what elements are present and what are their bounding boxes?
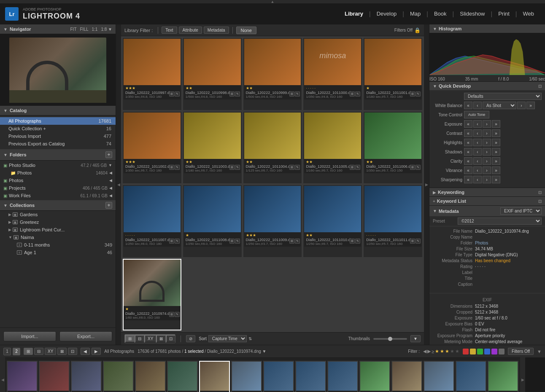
photo-cell-12[interactable]: ⊞ ✎ ★★★ Diallo_120222_1011009.dng 1/250 … [243,185,302,257]
collection-lr-point[interactable]: ▶ ▣ Lightroom Point Cur... [0,226,116,234]
qd-high-minus1[interactable]: ‹ [473,139,482,146]
grid-view-btn[interactable]: ⊞ [24,348,33,355]
qd-cont-minus1[interactable]: ‹ [473,129,482,137]
filter-star4[interactable]: ★ [450,349,454,354]
folder-item-workfiles[interactable]: ▣ Work Files 61.1 / 69.1 GB ◀ [0,192,116,199]
add-folder-button[interactable]: + [105,151,112,158]
qd-vib-plus1[interactable]: › [483,166,491,174]
survey-view-btn[interactable]: ⊠ [57,348,67,355]
color-label-green[interactable] [477,349,483,354]
qd-preset-select[interactable]: Defaults [464,93,542,100]
color-label-purple[interactable] [491,349,497,354]
right-panel-toggle[interactable]: ▶ [424,24,429,345]
qd-sharp-minus2[interactable]: « [464,176,472,183]
filter-arrow-right[interactable]: ▶ [427,349,431,354]
color-label-gray[interactable] [499,349,505,354]
photo-cell-14[interactable]: ⊞ ✎ · · · · · Diallo_120222_1011011.dng … [364,185,422,257]
nav-print[interactable]: Print [492,3,515,24]
filter-gte-icon[interactable]: ≥ [432,349,434,354]
status-filters-off[interactable]: Filters Off [508,348,534,355]
catalog-item-all[interactable]: All Photographs 17681 [0,117,116,125]
export-button[interactable]: Export... [59,331,112,341]
film-thumb-10[interactable] [327,361,358,392]
photo-cell-2[interactable]: ⊞ ✎ ★★ Diallo_120222_1010999.dng 1/500 s… [243,38,302,110]
folder-item-projects[interactable]: ▣ Projects 406 / 465 GB ◀ [0,184,116,192]
prev-button[interactable]: ◀ [81,348,90,355]
filmstrip-right-arrow[interactable]: ▶ [520,357,525,392]
qd-sharp-plus2[interactable]: » [492,176,500,183]
photo-cell-5[interactable]: ⊞ ✎ ★★★ Diallo_120222_1011002.dng 1/350 … [123,112,181,184]
qd-wb-select[interactable]: As Shot [483,102,516,109]
filter-metadata-button[interactable]: Metadata [204,27,229,34]
people-view-btn[interactable]: ⊡ [68,348,77,355]
nav-develop[interactable]: Develop [371,3,403,24]
collection-0-11-months[interactable]: ≡ 0-11 months 349 [0,241,116,249]
qd-shad-minus1[interactable]: ‹ [473,148,482,156]
nav-slideshow[interactable]: Slideshow [454,3,491,24]
collection-naima-expand[interactable]: ▼ [8,235,12,239]
top-arrow[interactable]: ▲ [0,0,545,3]
color-label-yellow[interactable] [470,349,476,354]
qd-exp-minus1[interactable]: ‹ [473,120,482,128]
qd-auto-tone[interactable]: Auto Tone [464,111,489,118]
film-thumb-9[interactable] [295,361,326,392]
loupe-view-btn[interactable]: ⊟ [34,348,43,355]
nav-library[interactable]: Library [339,3,369,24]
qd-wb-plus1[interactable]: › [517,102,526,109]
film-thumb-14[interactable]: ★★★ [456,361,486,392]
filter-star3[interactable]: ★ [445,349,449,354]
filmstrip-left-arrow[interactable]: ◀ [0,357,5,392]
photo-cell-0[interactable]: ⊞ ✎ ★★★ Diallo_120222_1010997.dng 1/350 … [123,38,181,110]
collections-header[interactable]: ▼ Collections + [0,200,116,211]
add-collection-button[interactable]: + [105,202,112,209]
status-menu-icon[interactable]: ▼ [537,349,542,354]
metadata-header[interactable]: ▼ Metadata EXIF and IPTC All Default [429,206,545,216]
compare-view-btn[interactable]: XY [45,348,56,355]
metadata-view-select[interactable]: EXIF and IPTC All Default [500,207,542,215]
photo-cell-3[interactable]: mimosa ⊞ ✎ · · · · · Diallo_120222_10110… [303,38,362,110]
folders-header[interactable]: ▼ Folders + [0,149,116,161]
zoom-1-1[interactable]: 1:1 [92,27,98,32]
film-thumb-12[interactable] [391,361,422,392]
qd-vib-plus2[interactable]: » [492,166,500,174]
filter-star1[interactable]: ★ [435,349,439,354]
qd-exp-plus1[interactable]: › [483,120,491,128]
photo-cell-13[interactable]: ⊞ ✎ ★★ Diallo_120222_1011010.dng 1/250 s… [303,185,362,257]
catalog-item-prev-import[interactable]: Previous Import 477 [0,132,116,140]
qd-shad-plus2[interactable]: » [492,148,500,156]
histogram-header[interactable]: ▼ Histogram [429,24,545,33]
collection-greeteez[interactable]: ▶ ▣ Greeteez [0,218,116,226]
zoom-fit[interactable]: FIT [70,27,77,32]
catalog-item-prev-export[interactable]: Previous Export as Catalog 74 [0,140,116,148]
page-1[interactable]: 1 [3,348,11,355]
film-thumb-6[interactable]: ★ [199,361,230,392]
photo-cell-9[interactable]: ⊞ ✎ ★★ Diallo_120222_1011006.dng 1/350 s… [364,112,422,184]
thumbnails-slider[interactable] [373,338,407,340]
qd-clar-plus1[interactable]: › [483,157,491,165]
nav-map[interactable]: Map [404,3,426,24]
filter-arrow-left[interactable]: ◀ [423,349,426,354]
nav-web[interactable]: Web [517,3,540,24]
keywording-header[interactable]: ▶ Keywording ⊡ [429,188,545,196]
film-thumb-4[interactable] [135,361,166,392]
film-thumb-3[interactable] [103,361,134,392]
survey-view-button[interactable]: ⊠ [156,335,166,343]
compare-view-button[interactable]: XY [144,335,156,343]
zoom-1-8[interactable]: 1:8 ▼ [101,27,112,32]
film-thumb-11[interactable] [359,361,390,392]
collection-naima[interactable]: ▼ ▣ Naima [0,234,116,241]
qd-exp-plus2[interactable]: » [492,120,500,128]
color-label-red[interactable] [463,349,469,354]
zoom-fill[interactable]: FILL [80,27,89,32]
qd-high-plus1[interactable]: › [483,139,491,146]
left-panel-toggle[interactable]: ◀ [116,24,121,345]
filter-none-button[interactable]: None [236,27,256,34]
collection-gardens[interactable]: ▶ ▣ Gardens [0,211,116,218]
film-thumb-7[interactable] [231,361,262,392]
qd-expand-icon[interactable]: ⊡ [538,84,542,89]
photo-cell-4[interactable]: ⊞ ✎ ★ Diallo_120222_1011001.dng 1/180 se… [364,38,422,110]
color-label-blue[interactable] [484,349,490,354]
filter-attribute-button[interactable]: Attribute [179,27,202,34]
qd-cont-minus2[interactable]: « [464,129,472,137]
qd-wb-minus2[interactable]: « [464,102,472,109]
